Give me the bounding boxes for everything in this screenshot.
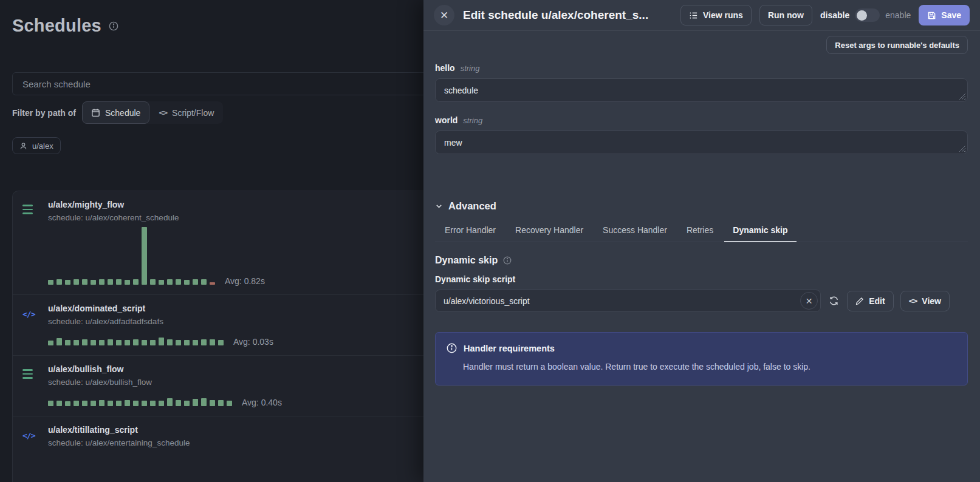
run-bar[interactable]: [57, 401, 62, 406]
advanced-tabs: Error HandlerRecovery HandlerSuccess Han…: [435, 220, 968, 242]
run-bar[interactable]: [65, 401, 70, 406]
run-bar[interactable]: [167, 339, 173, 345]
run-bar[interactable]: [167, 279, 173, 285]
tab-error-handler[interactable]: Error Handler: [436, 220, 504, 242]
run-bar[interactable]: [74, 401, 79, 406]
save-button[interactable]: Save: [919, 5, 970, 25]
run-bar[interactable]: [184, 340, 190, 345]
run-bar[interactable]: [116, 340, 122, 345]
run-bar[interactable]: [57, 279, 62, 285]
run-bar[interactable]: [142, 227, 147, 285]
enable-toggle[interactable]: [855, 8, 880, 22]
run-bar[interactable]: [133, 401, 139, 406]
run-bar[interactable]: [150, 279, 156, 285]
tab-retries[interactable]: Retries: [678, 220, 722, 242]
tab-success-handler[interactable]: Success Handler: [594, 220, 676, 242]
run-bar[interactable]: [99, 279, 105, 285]
run-bar[interactable]: [201, 279, 207, 285]
run-bar[interactable]: [176, 340, 181, 345]
view-script-button[interactable]: <> View: [900, 291, 950, 311]
run-bar[interactable]: [218, 340, 224, 345]
run-bar[interactable]: [176, 400, 181, 406]
run-bar[interactable]: [133, 339, 139, 345]
run-bar[interactable]: [48, 280, 53, 285]
edit-script-label: Edit: [869, 296, 885, 306]
tab-recovery-handler[interactable]: Recovery Handler: [507, 220, 592, 242]
run-bar[interactable]: [82, 279, 87, 285]
run-bar[interactable]: [116, 401, 122, 406]
dynamic-skip-script-input[interactable]: [435, 290, 821, 312]
run-bar[interactable]: [108, 339, 113, 345]
filter-schedule-label: Schedule: [105, 108, 140, 118]
filter-script-flow-button[interactable]: <> Script/Flow: [149, 101, 223, 124]
view-runs-label: View runs: [703, 10, 743, 20]
run-bar[interactable]: [74, 279, 79, 285]
run-bar[interactable]: [227, 401, 232, 406]
run-bar[interactable]: [176, 279, 181, 285]
filter-schedule-button[interactable]: Schedule: [82, 101, 149, 124]
run-bar[interactable]: [184, 280, 190, 285]
run-bar[interactable]: [184, 401, 190, 406]
run-bar[interactable]: [48, 341, 53, 345]
run-bar[interactable]: [133, 279, 139, 285]
info-icon[interactable]: [503, 256, 512, 265]
run-bar[interactable]: [48, 401, 53, 406]
run-bar[interactable]: [142, 401, 147, 406]
run-bar[interactable]: [193, 340, 198, 345]
tab-dynamic-skip[interactable]: Dynamic skip: [724, 220, 796, 242]
run-bar[interactable]: [201, 339, 207, 345]
run-bar[interactable]: [65, 280, 70, 285]
reset-args-label: Reset args to runnable's defaults: [835, 41, 959, 50]
run-bar[interactable]: [125, 400, 130, 406]
dynamic-skip-heading: Dynamic skip: [435, 255, 498, 266]
run-bar[interactable]: [57, 338, 62, 345]
run-bar[interactable]: [108, 279, 113, 285]
run-bar[interactable]: [91, 401, 96, 406]
run-bar[interactable]: [210, 282, 215, 285]
avg-runtime-label: Avg: 0.82s: [225, 276, 265, 286]
run-bar[interactable]: [99, 400, 105, 406]
run-bar[interactable]: [210, 339, 215, 345]
arg-field: hello string: [435, 63, 968, 102]
run-bar[interactable]: [150, 401, 156, 406]
info-icon[interactable]: [109, 21, 118, 31]
run-bar[interactable]: [210, 400, 215, 406]
run-bar[interactable]: [159, 280, 164, 285]
run-now-button[interactable]: Run now: [759, 5, 812, 25]
run-bar[interactable]: [159, 338, 164, 345]
run-bar[interactable]: [150, 340, 156, 345]
page-title: Schedules: [12, 16, 101, 36]
arg-type: string: [461, 64, 480, 73]
arg-value-input[interactable]: [435, 78, 968, 102]
arg-value-input[interactable]: [435, 131, 968, 154]
advanced-section-toggle[interactable]: Advanced: [435, 200, 968, 212]
run-bar[interactable]: [65, 340, 70, 345]
run-bar[interactable]: [99, 340, 105, 345]
run-bar[interactable]: [82, 401, 87, 406]
run-bar[interactable]: [108, 401, 113, 406]
run-bar[interactable]: [193, 279, 198, 285]
run-bar[interactable]: [91, 340, 96, 345]
run-bar[interactable]: [74, 340, 79, 345]
run-bar[interactable]: [116, 279, 122, 285]
flow-icon: [22, 364, 39, 406]
run-bar[interactable]: [218, 400, 224, 406]
run-bar[interactable]: [91, 280, 96, 285]
arg-field: world string: [435, 115, 968, 154]
view-runs-button[interactable]: View runs: [680, 5, 752, 25]
run-bar[interactable]: [159, 401, 164, 406]
run-bar[interactable]: [167, 398, 173, 406]
run-bar[interactable]: [201, 398, 207, 406]
refresh-script-button[interactable]: [828, 294, 840, 307]
run-bar[interactable]: [142, 340, 147, 345]
run-bar[interactable]: [125, 280, 130, 285]
enable-toggle-group: disable enable: [820, 8, 911, 22]
run-bar[interactable]: [125, 340, 130, 345]
pencil-icon: [855, 297, 864, 305]
close-drawer-button[interactable]: ✕: [434, 5, 454, 25]
edit-script-button[interactable]: Edit: [847, 291, 893, 311]
reset-args-button[interactable]: Reset args to runnable's defaults: [826, 36, 968, 54]
run-bar[interactable]: [193, 399, 198, 406]
run-bar[interactable]: [82, 339, 87, 345]
owner-filter-chip[interactable]: u/alex: [12, 137, 61, 154]
